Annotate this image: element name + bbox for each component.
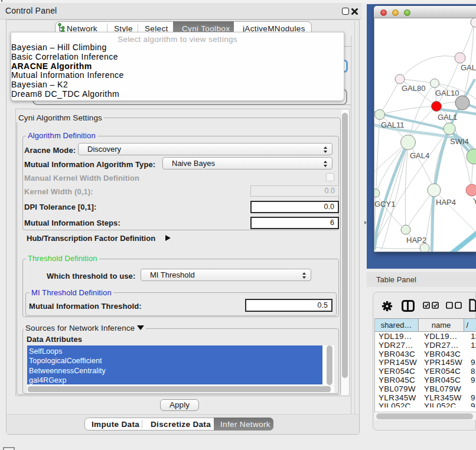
svg-text:GAL80: GAL80	[402, 84, 425, 93]
svg-text:GCY1: GCY1	[374, 200, 395, 208]
svg-text:HAP2: HAP2	[406, 236, 426, 244]
svg-text:GAL7: GAL7	[461, 63, 476, 72]
svg-text:GAL4: GAL4	[410, 151, 429, 160]
svg-text:GAL11: GAL11	[381, 120, 405, 129]
svg-text:GAL10: GAL10	[435, 89, 459, 97]
svg-text:Y: Y	[473, 197, 476, 206]
svg-text:GAL1: GAL1	[438, 113, 457, 122]
svg-text:SWI4: SWI4	[450, 137, 469, 146]
svg-text:HAP4: HAP4	[436, 198, 456, 207]
